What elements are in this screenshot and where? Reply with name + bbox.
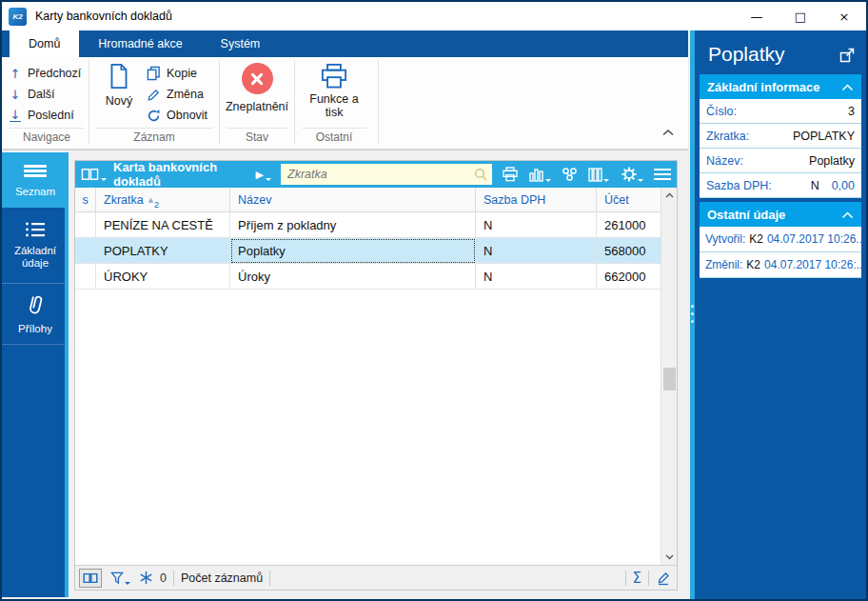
search-input[interactable] [281,164,492,185]
tab-hromadne-akce[interactable]: Hromadné akce [79,30,201,57]
chevron-down-icon [101,178,107,181]
card-basic-header[interactable]: Základní informace [700,74,861,99]
sum-button[interactable]: Σ [633,570,641,587]
copy-button[interactable]: Kopie [147,63,197,84]
app-window: K2 Karty bankovních dokladů — □ × Domů H… [0,0,868,601]
book-menu-button[interactable] [81,168,107,181]
vertical-scrollbar[interactable] [661,188,677,565]
open-book-icon [83,572,98,584]
functions-print-button[interactable]: Funkce a tisk [298,63,370,119]
field-date: 04.07.2017 10:26:... [764,258,861,271]
cell-ucet[interactable]: 568000 [597,238,661,264]
grid-header-bar: Karta bankovních dokladů ▶ [75,161,677,188]
field-value: POPLATKY [793,130,855,143]
scroll-down-button[interactable] [661,550,678,565]
frozen-count: 0 [160,571,167,585]
relations-icon[interactable] [562,167,578,182]
sidebar-label-seznam: Seznam [15,186,55,198]
field-zkratka: Zkratka: POPLATKY [700,124,861,149]
field-value: N [811,179,819,192]
cell-zkratka[interactable]: ÚROKY [96,264,230,290]
copy-icon [147,66,161,81]
collapse-section-button[interactable] [841,208,854,222]
cell-s[interactable] [75,264,96,290]
maximize-button[interactable]: □ [779,2,822,30]
cell-sazba-dph[interactable]: N [476,238,597,264]
cell-sazba-dph[interactable]: N [476,264,597,290]
previous-button[interactable]: ↑ Předchozí [10,63,81,84]
minimize-button[interactable]: — [735,2,779,30]
table-row[interactable]: ÚROKY Úroky N 662000 [75,264,661,290]
printer-icon[interactable] [502,167,519,182]
new-button[interactable]: Nový [96,63,142,108]
filter-icon[interactable] [108,570,132,587]
card-other-header[interactable]: Ostatní údaje [700,202,861,227]
play-icon: ▶ [256,169,264,181]
group-label-stav: Stav [227,128,287,144]
change-button[interactable]: Změna [147,84,204,105]
collapse-ribbon-button[interactable] [661,126,675,139]
cell-zkratka[interactable]: POPLATKY [96,238,230,264]
list-icon [25,221,46,238]
menu-icon[interactable] [654,168,671,181]
tab-domu[interactable]: Domů [10,30,79,57]
field-value: 3 [848,105,855,118]
column-header-sazba-dph[interactable]: Sazba DPH [476,188,597,212]
gear-icon[interactable] [620,165,645,184]
scrollbar-thumb[interactable] [663,368,676,391]
detail-panel: Poplatky Základní informace Číslo: 3 [695,30,866,599]
open-in-window-button[interactable] [839,48,855,66]
columns-icon[interactable] [586,166,611,184]
cell-s[interactable] [75,212,96,238]
sidebar-label-zakladni: Základníúdaje [14,245,56,270]
card-other-body: Vytvořil: K2 04.07.2017 10:26... Změnil:… [700,227,861,278]
card-other-info: Ostatní údaje Vytvořil: K2 04.07.2017 10… [700,202,861,278]
quick-filter-button[interactable]: ▶ [256,169,271,181]
card-basic-info: Základní informace Číslo: 3 Zkratka: POP… [700,74,861,198]
tab-system[interactable]: Systém [202,30,280,57]
chevron-down-icon [603,179,609,182]
cell-zkratka[interactable]: PENÍZE NA CESTĚ [96,212,230,238]
window-title: Karty bankovních dokladů [35,10,172,23]
chart-icon[interactable] [527,166,553,184]
sidebar-item-prilohy[interactable]: Přílohy [2,284,69,345]
chevron-down-icon [638,179,643,182]
cell-nazev-focused[interactable]: Poplatky [230,238,476,264]
card-basic-body: Číslo: 3 Zkratka: POPLATKY Název: Poplat… [700,99,861,198]
sidebar-item-zakladni-udaje[interactable]: Základníúdaje [2,208,69,284]
close-button[interactable]: × [822,2,866,30]
column-header-zkratka[interactable]: Zkratka ▲ 2 [96,188,230,212]
group-label-zaznam: Záznam [96,128,212,144]
open-book-icon [81,168,99,181]
edit-pencil-icon[interactable] [656,571,671,586]
field-value: Poplatky [809,154,855,168]
scroll-up-button[interactable] [661,188,678,203]
cell-sazba-dph[interactable]: N [476,212,597,238]
last-button[interactable]: ↓ Poslední [10,105,74,126]
column-header-ucet[interactable]: Účet [597,188,661,212]
column-header-nazev[interactable]: Název [230,188,476,212]
grid-panel: Karta bankovních dokladů ▶ [74,160,678,591]
frozen-filter-icon[interactable] [139,571,153,585]
refresh-button[interactable]: Obnovit [147,105,207,126]
cell-ucet[interactable]: 662000 [597,264,661,290]
invalidate-button[interactable]: Zneplatnění [223,63,291,113]
chevron-down-icon [266,178,271,181]
field-label: Zkratka: [706,130,749,143]
cell-ucet[interactable]: 261000 [597,212,661,238]
table-row[interactable]: PENÍZE NA CESTĚ Příjem z pokladny N 2610… [75,212,661,238]
cell-nazev[interactable]: Úroky [230,264,476,290]
field-label: Číslo: [706,105,737,118]
collapse-section-button[interactable] [841,80,854,94]
cell-nazev[interactable]: Příjem z pokladny [230,212,476,238]
next-button[interactable]: ↓ Další [10,84,54,105]
column-header-s[interactable]: s [75,188,96,212]
table-row-selected[interactable]: POPLATKY Poplatky N 568000 [75,238,661,264]
sort-asc-icon: ▲ [148,196,153,204]
invalidate-x-icon [242,63,273,94]
book-view-toggle[interactable] [79,569,102,588]
sidebar-item-seznam[interactable]: Seznam [2,152,69,208]
grid-title: Karta bankovních dokladů [113,160,256,189]
cell-s[interactable] [75,238,96,264]
group-label-navigace: Navigace [10,128,84,144]
